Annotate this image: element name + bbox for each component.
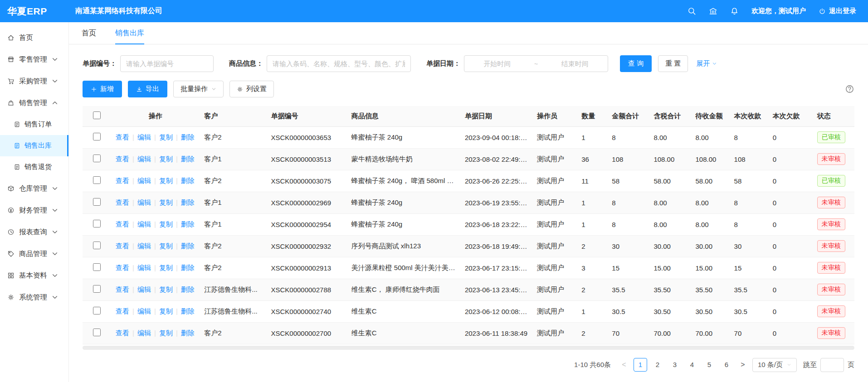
row-op-view[interactable]: 查看: [116, 155, 129, 163]
logout-button[interactable]: 退出登录: [819, 7, 856, 15]
row-checkbox[interactable]: [93, 329, 101, 336]
tab-home[interactable]: 首页: [82, 22, 96, 44]
row-op-delete[interactable]: 删除: [181, 329, 195, 337]
product-info-input[interactable]: [267, 55, 411, 72]
row-op-delete[interactable]: 删除: [181, 155, 195, 163]
cell-customer: 客户1: [200, 192, 266, 213]
jump-page-input[interactable]: [820, 358, 844, 372]
sidebar-subitem-sales-outbound[interactable]: 销售出库: [0, 135, 68, 156]
batch-actions-button[interactable]: 批量操作: [173, 81, 224, 97]
row-op-copy[interactable]: 复制: [159, 242, 173, 250]
page-number-2[interactable]: 2: [651, 358, 664, 372]
row-op-edit[interactable]: 编辑: [137, 242, 151, 250]
row-op-copy[interactable]: 复制: [159, 264, 173, 271]
row-op-edit[interactable]: 编辑: [137, 220, 151, 228]
row-checkbox[interactable]: [93, 285, 101, 293]
sidebar-item-system[interactable]: 系统管理: [0, 286, 68, 308]
row-op-view[interactable]: 查看: [116, 133, 129, 141]
sidebar-item-report[interactable]: 报表查询: [0, 221, 68, 243]
row-op-delete[interactable]: 删除: [181, 285, 195, 293]
select-all-checkbox[interactable]: [93, 111, 101, 119]
add-button[interactable]: 新增: [83, 81, 122, 97]
expand-link[interactable]: 展开: [696, 59, 717, 68]
date-end-input[interactable]: [547, 60, 603, 68]
row-op-edit[interactable]: 编辑: [137, 177, 151, 184]
row-op-edit[interactable]: 编辑: [137, 329, 151, 337]
sidebar-item-goods[interactable]: 商品管理: [0, 243, 68, 265]
sidebar-item-retail[interactable]: 零售管理: [0, 48, 68, 70]
row-op-delete[interactable]: 删除: [181, 133, 195, 141]
row-op-view[interactable]: 查看: [116, 285, 129, 293]
row-op-view[interactable]: 查看: [116, 329, 129, 337]
row-op-copy[interactable]: 复制: [159, 329, 173, 337]
page-size-select[interactable]: 10 条/页: [752, 358, 797, 372]
row-checkbox[interactable]: [93, 133, 101, 140]
op-separator: |: [132, 242, 134, 250]
row-op-delete[interactable]: 删除: [181, 242, 195, 250]
row-op-copy[interactable]: 复制: [159, 177, 173, 184]
row-op-edit[interactable]: 编辑: [137, 285, 151, 293]
cell-receivable: 30.00: [691, 235, 729, 257]
row-op-delete[interactable]: 删除: [181, 264, 195, 271]
row-op-edit[interactable]: 编辑: [137, 133, 151, 141]
sidebar-item-finance[interactable]: 财务管理: [0, 199, 68, 221]
row-op-delete[interactable]: 删除: [181, 198, 195, 206]
row-op-delete[interactable]: 删除: [181, 307, 195, 315]
main-layout: 首页零售管理采购管理销售管理销售订单销售出库销售退货仓库管理财务管理报表查询商品…: [0, 22, 868, 382]
row-op-view[interactable]: 查看: [116, 198, 129, 206]
sidebar-item-basedata[interactable]: 基本资料: [0, 265, 68, 286]
column-settings-button[interactable]: 列设置: [229, 81, 274, 97]
row-op-view[interactable]: 查看: [116, 264, 129, 271]
row-op-copy[interactable]: 复制: [159, 198, 173, 206]
sidebar-subitem-sales-order[interactable]: 销售订单: [0, 114, 68, 135]
row-op-copy[interactable]: 复制: [159, 307, 173, 315]
reset-button[interactable]: 重 置: [658, 55, 688, 72]
row-op-copy[interactable]: 复制: [159, 285, 173, 293]
page-number-1[interactable]: 1: [634, 358, 647, 372]
row-op-delete[interactable]: 删除: [181, 220, 195, 228]
row-op-view[interactable]: 查看: [116, 177, 129, 184]
row-op-edit[interactable]: 编辑: [137, 198, 151, 206]
sidebar-item-warehouse[interactable]: 仓库管理: [0, 178, 68, 199]
row-op-edit[interactable]: 编辑: [137, 155, 151, 163]
row-op-copy[interactable]: 复制: [159, 155, 173, 163]
row-checkbox[interactable]: [93, 198, 101, 206]
row-op-copy[interactable]: 复制: [159, 220, 173, 228]
row-checkbox[interactable]: [93, 176, 101, 184]
page-number-3[interactable]: 3: [668, 358, 682, 372]
search-button[interactable]: 查 询: [620, 55, 652, 72]
row-op-edit[interactable]: 编辑: [137, 264, 151, 271]
sidebar-subitem-sales-return[interactable]: 销售退货: [0, 156, 68, 178]
sidebar-item-sales[interactable]: 销售管理: [0, 92, 68, 114]
bell-icon[interactable]: [730, 7, 739, 15]
row-op-edit[interactable]: 编辑: [137, 307, 151, 315]
date-range-picker[interactable]: ~: [464, 55, 608, 72]
row-op-copy[interactable]: 复制: [159, 133, 173, 141]
platform-icon[interactable]: [709, 7, 717, 15]
horizontal-scrollbar[interactable]: [83, 346, 854, 350]
row-op-delete[interactable]: 删除: [181, 177, 195, 184]
help-icon[interactable]: [845, 84, 854, 94]
date-start-input[interactable]: [469, 60, 525, 68]
sales-icon: [7, 99, 15, 106]
export-button[interactable]: 导出: [128, 81, 167, 97]
row-op-view[interactable]: 查看: [116, 307, 129, 315]
row-checkbox[interactable]: [93, 155, 101, 162]
bill-no-input[interactable]: [120, 55, 214, 72]
page-number-6[interactable]: 6: [720, 358, 733, 372]
row-checkbox[interactable]: [93, 220, 101, 227]
next-page-button[interactable]: >: [737, 361, 749, 369]
row-checkbox[interactable]: [93, 242, 101, 249]
row-op-view[interactable]: 查看: [116, 242, 129, 250]
page-number-4[interactable]: 4: [685, 358, 699, 372]
row-op-view[interactable]: 查看: [116, 220, 129, 228]
page-number-5[interactable]: 5: [702, 358, 716, 372]
prev-page-button[interactable]: <: [618, 361, 630, 369]
search-icon[interactable]: [688, 7, 696, 15]
sidebar-item-home[interactable]: 首页: [0, 27, 68, 48]
row-checkbox[interactable]: [93, 263, 101, 271]
sidebar-item-purchase[interactable]: 采购管理: [0, 70, 68, 92]
tab-sales-outbound[interactable]: 销售出库: [115, 22, 144, 44]
row-checkbox[interactable]: [93, 307, 101, 314]
cell-received: 70: [730, 322, 768, 344]
